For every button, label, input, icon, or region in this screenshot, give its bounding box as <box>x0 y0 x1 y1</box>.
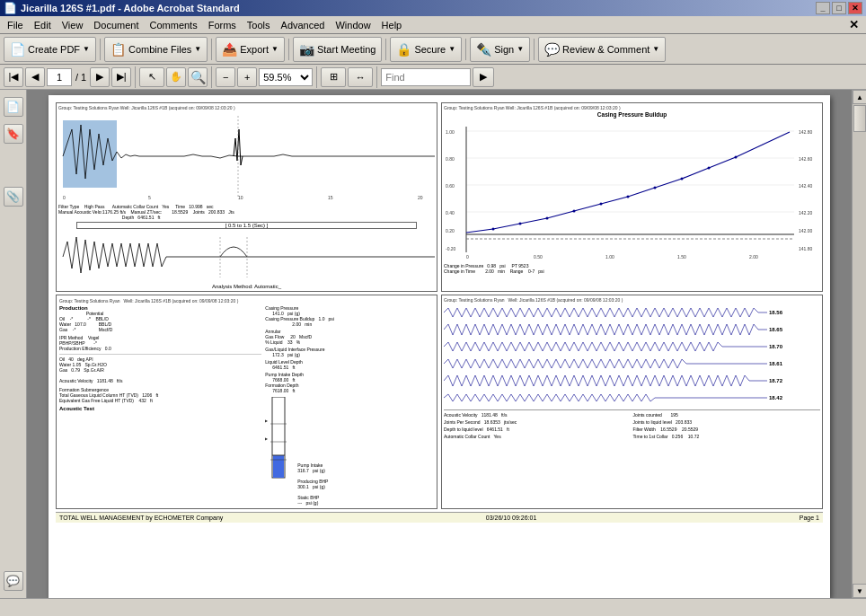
menu-tools[interactable]: Tools <box>242 18 276 32</box>
menu-close-x[interactable]: ✕ <box>844 16 864 33</box>
toolbar-main: 📄 Create PDF ▼ 📋 Combine Files ▼ 📤 Expor… <box>0 34 866 65</box>
combine-dropdown-icon[interactable]: ▼ <box>194 45 201 53</box>
toolbar-separator-5 <box>465 39 466 60</box>
close-button[interactable]: ✕ <box>848 2 862 14</box>
zoom-in-btn2[interactable]: + <box>237 67 257 87</box>
footer-page: Page 1 <box>800 515 819 521</box>
chart-header-tr: Group: Testing Solutions Ryan Well: Jica… <box>444 105 820 110</box>
toolbar2-sep-3 <box>316 66 317 88</box>
zoom-in-button[interactable]: 🔍 <box>188 67 208 87</box>
trace-5-value: 18.72 <box>769 378 796 383</box>
toolbar2-sep-1 <box>135 66 136 88</box>
svg-text:▶: ▶ <box>265 436 269 441</box>
title-bar: 📄 Jicarilla 126S #1.pdf - Adobe Acrobat … <box>0 0 866 16</box>
attachments-panel-icon[interactable]: 📎 <box>4 187 23 207</box>
svg-text:10: 10 <box>238 195 243 200</box>
document-area: Group: Testing Solutions Ryan Well: Jica… <box>27 90 852 598</box>
scroll-thumb[interactable] <box>853 105 866 132</box>
menu-window[interactable]: Window <box>330 18 376 32</box>
vertical-scrollbar[interactable]: ▲ ▼ <box>852 90 866 598</box>
traces-header: Group: Testing Solutions Ryan Well: Jica… <box>444 297 820 303</box>
menu-edit[interactable]: Edit <box>29 18 57 32</box>
toolbar-nav: |◀ ◀ / 1 ▶ ▶| ↖ ✋ 🔍 − + 59.5% 50% 75% 10… <box>0 65 866 90</box>
find-input[interactable] <box>381 68 471 86</box>
svg-text:142.00: 142.00 <box>799 228 813 233</box>
main-area: 📄 🔖 📎 💬 Group: Testing Solutions Ryan We… <box>0 90 866 598</box>
fluid-data: Oil 40 deg API Water 1.05 Sp.Gr.H2O Gas … <box>59 354 261 383</box>
find-button[interactable]: ▶ <box>473 67 494 87</box>
range-label: [ 0.5 to 1.5 (Sec) ] <box>76 222 417 229</box>
page-number-input[interactable] <box>47 68 72 86</box>
production-data: Production Potential Oil -* -* BBL/D Wat… <box>59 305 261 506</box>
create-pdf-icon: 📄 <box>10 42 25 57</box>
toolbar-separator-4 <box>385 39 386 60</box>
casing-pressure-data: Casing Pressure 141.0 psi (g) Casing Pre… <box>265 305 434 327</box>
combine-files-button[interactable]: 📋 Combine Files ▼ <box>104 37 208 62</box>
trace-4-svg <box>444 356 767 372</box>
toolbar2-sep-2 <box>211 66 212 88</box>
pressure-chart-title: Casing Pressure Buildup <box>444 111 820 118</box>
nav-first-button[interactable]: |◀ <box>4 67 23 87</box>
svg-text:2.00: 2.00 <box>749 254 758 260</box>
zoom-out-btn[interactable]: − <box>216 67 235 87</box>
comments-panel-icon[interactable]: 💬 <box>4 571 23 591</box>
export-dropdown-icon[interactable]: ▼ <box>271 45 278 53</box>
zoom-select[interactable]: 59.5% 50% 75% 100% <box>259 68 313 86</box>
svg-text:0: 0 <box>63 195 66 200</box>
depth-info: Depth 6461.51 ft <box>58 215 435 220</box>
well-data-header: Group: Testing Solutions Ryan Well: Jica… <box>59 298 434 304</box>
scroll-track[interactable] <box>853 104 866 584</box>
svg-text:0.50: 0.50 <box>534 254 543 260</box>
trace-1-svg <box>444 304 767 321</box>
nav-last-button[interactable]: ▶| <box>111 67 131 87</box>
menu-view[interactable]: View <box>57 18 89 32</box>
status-bar <box>0 598 866 616</box>
maximize-button[interactable]: □ <box>832 2 846 14</box>
nav-next-button[interactable]: ▶ <box>90 67 110 87</box>
toolbar-separator-1 <box>100 39 101 60</box>
sign-dropdown-icon[interactable]: ▼ <box>517 45 524 53</box>
menu-forms[interactable]: Forms <box>203 18 242 32</box>
start-meeting-button[interactable]: 📷 Start Meeting <box>293 37 382 62</box>
secure-dropdown-icon[interactable]: ▼ <box>448 45 455 53</box>
nav-prev-button[interactable]: ◀ <box>25 67 45 87</box>
liquid-level-data: Liquid Level Depth 6461.51 ft <box>265 359 434 370</box>
secure-button[interactable]: 🔒 Secure ▼ <box>390 37 462 62</box>
annular-data: Annular Gas Flow 20 MscfD % Liquid 33 % <box>265 329 434 345</box>
svg-text:0.40: 0.40 <box>446 210 455 216</box>
sign-button[interactable]: ✒️ Sign ▼ <box>470 37 530 62</box>
create-pdf-button[interactable]: 📄 Create PDF ▼ <box>4 37 96 62</box>
svg-point-32 <box>600 203 603 206</box>
scroll-up-button[interactable]: ▲ <box>853 90 866 104</box>
review-comment-button[interactable]: 💬 Review & Comment ▼ <box>538 37 666 62</box>
fit-page-button[interactable]: ⊞ <box>321 67 346 87</box>
select-tool-button[interactable]: ↖ <box>139 67 164 87</box>
svg-text:0.80: 0.80 <box>446 156 455 162</box>
menu-advanced[interactable]: Advanced <box>276 18 331 32</box>
scroll-down-button[interactable]: ▼ <box>853 584 866 598</box>
bookmarks-panel-icon[interactable]: 🔖 <box>4 124 23 144</box>
analysis-method-label: Analysis Method: Automatic_ <box>58 284 435 289</box>
svg-point-30 <box>546 217 549 220</box>
minimize-button[interactable]: _ <box>816 2 830 14</box>
document-footer: TOTAL WELL MANAGEMENT by ECHOMETER Compa… <box>56 512 823 523</box>
menu-help[interactable]: Help <box>376 18 408 32</box>
acoustic-waveform-chart: Group: Testing Solutions Ryan Well: Jica… <box>56 102 437 292</box>
svg-text:142.40: 142.40 <box>799 183 813 189</box>
review-dropdown-icon[interactable]: ▼ <box>652 45 659 53</box>
window-controls[interactable]: _ □ ✕ <box>816 2 862 14</box>
toolbar-separator-2 <box>211 39 212 60</box>
hand-tool-button[interactable]: ✋ <box>166 67 186 87</box>
pages-panel-icon[interactable]: 📄 <box>4 97 23 117</box>
export-button[interactable]: 📤 Export ▼ <box>216 37 285 62</box>
menu-document[interactable]: Document <box>88 18 144 32</box>
svg-point-29 <box>519 223 522 225</box>
fit-width-button[interactable]: ↔ <box>348 67 373 87</box>
pressure-chart-svg: 1.00 0.80 0.60 0.40 0.20 -0.20 142.80 14… <box>444 118 820 261</box>
ipr-data: IPR Method Vogel PBHP/SBHP -* Production… <box>59 335 261 351</box>
menu-file[interactable]: File <box>2 18 29 32</box>
create-pdf-dropdown-icon[interactable]: ▼ <box>83 45 90 53</box>
toolbar-separator-6 <box>534 39 535 60</box>
svg-text:15: 15 <box>328 195 333 200</box>
menu-comments[interactable]: Comments <box>145 18 203 32</box>
